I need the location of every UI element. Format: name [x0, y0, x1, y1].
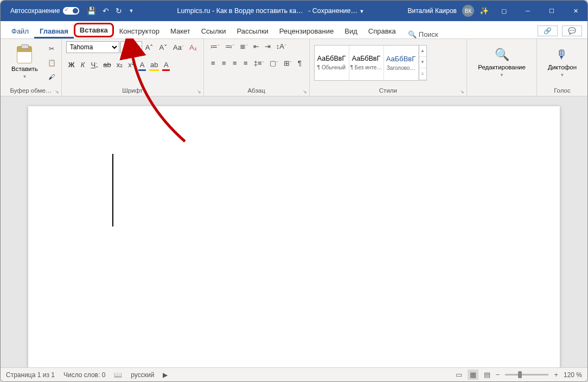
- tab-design[interactable]: Конструктор: [114, 24, 165, 38]
- font-size-select[interactable]: 72: [120, 41, 142, 53]
- group-paragraph: ≔ ≕ ≣ ⇤ ⇥ ↕A ≡ ≡ ≡ ≡ ‡≡ ▢ ⊞ ¶: [204, 39, 310, 96]
- tab-mailings[interactable]: Рассылки: [232, 24, 274, 38]
- text-effects-button[interactable]: A: [137, 60, 147, 70]
- subscript-button[interactable]: x₂: [114, 60, 125, 70]
- tab-references[interactable]: Ссылки: [196, 24, 232, 38]
- grow-font-button[interactable]: A˄: [143, 42, 156, 53]
- group-styles: АаБбВвГ ¶ Обычный АаБбВвГ ¶ Без инте… Аа…: [310, 39, 468, 96]
- styles-more-icon[interactable]: ≡: [419, 68, 426, 80]
- decrease-indent-button[interactable]: ⇤: [251, 41, 261, 51]
- styles-down-icon[interactable]: ▼: [419, 57, 426, 68]
- group-editing: 🔍 Редактирование ▼: [467, 39, 537, 96]
- ribbon-display-options-button[interactable]: ▢: [492, 1, 516, 21]
- font-color-button[interactable]: A: [161, 60, 171, 70]
- bullets-button[interactable]: ≔: [208, 41, 222, 51]
- tab-help[interactable]: Справка: [363, 24, 401, 38]
- font-launcher[interactable]: ↘: [197, 89, 201, 94]
- paragraph-launcher[interactable]: ↘: [303, 89, 307, 94]
- copy-button[interactable]: 📋: [47, 58, 57, 68]
- minimize-button[interactable]: ─: [516, 1, 540, 21]
- read-mode-button[interactable]: ▭: [456, 371, 462, 379]
- save-icon[interactable]: 💾: [87, 7, 96, 15]
- find-icon: 🔍: [495, 48, 509, 62]
- style-heading1[interactable]: АаБбВвГ Заголово…: [384, 46, 419, 80]
- microphone-icon: 🎙: [556, 48, 568, 62]
- sort-button[interactable]: ↕A: [274, 41, 289, 51]
- bold-button[interactable]: Ж: [66, 60, 77, 70]
- document-area[interactable]: [1, 96, 587, 367]
- tab-layout[interactable]: Макет: [165, 24, 196, 38]
- styles-launcher[interactable]: ↘: [460, 89, 464, 94]
- strikethrough-button[interactable]: ab: [101, 60, 113, 70]
- spellcheck-icon[interactable]: 📖: [114, 371, 122, 379]
- borders-button[interactable]: ⊞: [282, 58, 294, 68]
- align-right-button[interactable]: ≡: [230, 58, 240, 68]
- change-case-button[interactable]: Aa: [171, 42, 186, 53]
- multilevel-list-button[interactable]: ≣: [238, 41, 250, 51]
- voice-group-label: Голос: [554, 87, 571, 94]
- dictate-button[interactable]: 🎙 Диктофон ▼: [541, 44, 583, 81]
- redo-icon[interactable]: ↻: [116, 7, 122, 15]
- superscript-button[interactable]: x²: [126, 60, 136, 70]
- coming-soon-icon[interactable]: ✨: [480, 7, 489, 15]
- statusbar: Страница 1 из 1 Число слов: 0 📖 русский …: [1, 367, 587, 381]
- line-spacing-button[interactable]: ‡≡: [252, 58, 266, 68]
- page[interactable]: [28, 106, 560, 367]
- search-box[interactable]: 🔍 Поиск: [408, 30, 438, 38]
- clear-formatting-button[interactable]: Aᵪ: [187, 42, 199, 53]
- ribbon-tabs: Файл Главная Вставка Конструктор Макет С…: [1, 21, 587, 39]
- language-indicator[interactable]: русский: [131, 371, 154, 379]
- username-label: Виталий Каиров: [407, 7, 457, 15]
- editing-button[interactable]: 🔍 Редактирование ▼: [471, 44, 532, 81]
- style-normal[interactable]: АаБбВвГ ¶ Обычный: [315, 46, 349, 80]
- autosave-toggle[interactable]: [63, 7, 79, 15]
- show-marks-button[interactable]: ¶: [295, 58, 305, 68]
- zoom-level[interactable]: 120 %: [564, 371, 582, 379]
- zoom-out-button[interactable]: −: [496, 371, 500, 379]
- font-name-select[interactable]: Tahoma: [66, 41, 119, 53]
- align-center-button[interactable]: ≡: [219, 58, 229, 68]
- close-button[interactable]: ✕: [564, 1, 587, 21]
- paste-button[interactable]: Вставить ▼: [5, 43, 44, 82]
- numbering-button[interactable]: ≕: [223, 41, 237, 51]
- justify-button[interactable]: ≡: [241, 58, 251, 68]
- maximize-button[interactable]: ☐: [540, 1, 564, 21]
- styles-up-icon[interactable]: ▲: [419, 46, 426, 57]
- search-icon: 🔍: [408, 30, 417, 38]
- styles-gallery[interactable]: АаБбВвГ ¶ Обычный АаБбВвГ ¶ Без инте… Аа…: [314, 45, 427, 81]
- increase-indent-button[interactable]: ⇥: [263, 41, 273, 51]
- comments-button[interactable]: 💬: [562, 25, 582, 36]
- align-left-button[interactable]: ≡: [208, 58, 218, 68]
- zoom-in-button[interactable]: +: [554, 371, 558, 379]
- print-layout-button[interactable]: ▦: [468, 370, 478, 380]
- zoom-slider[interactable]: [505, 374, 548, 375]
- format-painter-button[interactable]: 🖌: [47, 72, 56, 82]
- style-no-spacing[interactable]: АаБбВвГ ¶ Без инте…: [349, 46, 384, 80]
- tab-file[interactable]: Файл: [6, 24, 34, 38]
- ribbon: Вставить ▼ ✂ 📋 🖌 Буфер обме…↘ Tahoma 72 …: [1, 39, 587, 96]
- underline-button[interactable]: Ч: [89, 60, 100, 70]
- share-button[interactable]: 🔗: [538, 25, 558, 36]
- group-voice: 🎙 Диктофон ▼ Голос: [537, 39, 587, 96]
- word-window: Автосохранение 💾 ↶ ↻ ▼ Lumpics.ru - Как …: [0, 0, 588, 382]
- word-count[interactable]: Число слов: 0: [63, 371, 105, 379]
- clipboard-launcher[interactable]: ↘: [55, 89, 59, 94]
- tab-review[interactable]: Рецензирование: [274, 24, 339, 38]
- group-clipboard: Вставить ▼ ✂ 📋 🖌 Буфер обме…↘: [1, 39, 62, 96]
- macro-icon[interactable]: ▶: [163, 371, 168, 379]
- tab-view[interactable]: Вид: [339, 24, 363, 38]
- avatar[interactable]: ВК: [462, 5, 474, 17]
- styles-group-label: Стили: [379, 87, 397, 94]
- page-indicator[interactable]: Страница 1 из 1: [6, 371, 55, 379]
- cut-button[interactable]: ✂: [48, 44, 55, 54]
- tab-insert[interactable]: Вставка: [74, 23, 114, 37]
- shading-button[interactable]: ▢: [267, 58, 280, 68]
- qat-customize-icon[interactable]: ▼: [129, 8, 133, 14]
- highlight-button[interactable]: ab: [148, 60, 160, 70]
- web-layout-button[interactable]: ▤: [484, 371, 490, 379]
- italic-button[interactable]: К: [78, 60, 88, 70]
- clipboard-group-label: Буфер обме…: [10, 87, 52, 94]
- undo-icon[interactable]: ↶: [103, 7, 109, 15]
- shrink-font-button[interactable]: A˅: [157, 42, 170, 53]
- tab-home[interactable]: Главная: [34, 24, 74, 38]
